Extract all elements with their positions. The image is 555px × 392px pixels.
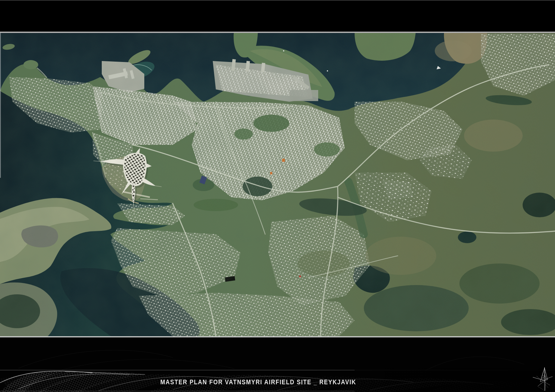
satellite-map-svg — [0, 33, 555, 336]
wireframe-star-emblem-icon — [531, 366, 554, 392]
top-edge-line — [0, 0, 555, 1]
photo-edge-seam — [0, 33, 1, 178]
faint-upper-arcs — [18, 350, 524, 370]
film-grain — [0, 33, 555, 336]
poster-frame: MASTER PLAN FOR VATNSMYRI AIRFIELD SITE … — [0, 0, 555, 392]
caption-title: MASTER PLAN FOR VATNSMYRI AIRFIELD SITE … — [160, 378, 356, 386]
satellite-map-image — [0, 33, 555, 336]
